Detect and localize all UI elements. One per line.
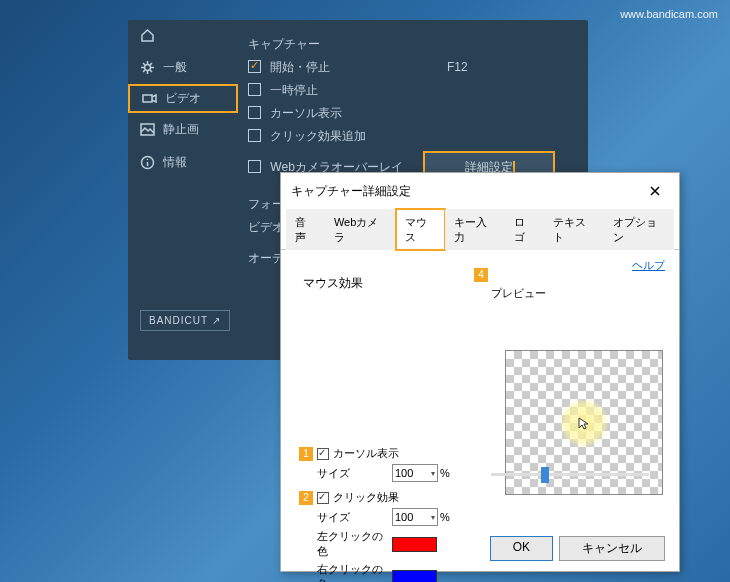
click-row[interactable]: クリック効果追加 — [248, 128, 578, 145]
close-icon — [650, 186, 660, 196]
capture-label: キャプチャー — [248, 36, 578, 53]
click-effect-label: クリック効果 — [333, 490, 399, 505]
tab-webcam[interactable]: Webカメラ — [325, 209, 396, 250]
sidebar-item-image[interactable]: 静止画 — [128, 113, 238, 146]
home-icon — [140, 28, 155, 43]
cancel-button[interactable]: キャンセル — [559, 536, 665, 561]
marker-2: 2 — [299, 491, 313, 505]
ok-button[interactable]: OK — [490, 536, 553, 561]
pause-label: 一時停止 — [270, 83, 318, 97]
capture-detail-dialog: キャプチャー詳細設定 音声 Webカメラ マウス キー入力 ロゴ テキスト オプ… — [280, 172, 680, 572]
close-button[interactable] — [641, 181, 669, 201]
sidebar-label-general: 一般 — [163, 59, 187, 76]
leftcolor-swatch[interactable] — [392, 537, 437, 552]
webcam-checkbox[interactable] — [248, 160, 261, 173]
dialog-tabs: 音声 Webカメラ マウス キー入力 ロゴ テキスト オプション — [281, 209, 679, 250]
tab-audio[interactable]: 音声 — [286, 209, 325, 250]
cursor-size-label: サイズ — [317, 466, 392, 481]
cursor-label: カーソル表示 — [270, 106, 342, 120]
svg-point-0 — [145, 65, 151, 71]
click-effect-checkbox[interactable] — [317, 492, 329, 504]
cursor-icon — [577, 416, 591, 430]
leftcolor-label: 左クリックの色 — [317, 529, 392, 559]
sidebar-label-image: 静止画 — [163, 121, 199, 138]
pct-1: % — [440, 467, 450, 479]
info-icon — [140, 155, 155, 170]
sidebar-label-video: ビデオ — [165, 90, 201, 107]
tab-option[interactable]: オプション — [604, 209, 674, 250]
sidebar-item-video[interactable]: ビデオ — [128, 84, 238, 113]
dialog-body: ヘルプ マウス効果 4 プレビュー 1 カーソル表示 サイズ 100▾ % 2 … — [281, 250, 679, 582]
sidebar-label-info: 情報 — [163, 154, 187, 171]
opacity-slider[interactable] — [491, 465, 649, 483]
slider-thumb[interactable] — [541, 467, 549, 483]
startstop-key: F12 — [447, 60, 468, 74]
click-size-select[interactable]: 100▾ — [392, 508, 438, 526]
video-icon — [142, 91, 157, 106]
sidebar-item-general[interactable]: 一般 — [128, 51, 238, 84]
show-cursor-label: カーソル表示 — [333, 446, 399, 461]
gear-icon — [140, 60, 155, 75]
dialog-title: キャプチャー詳細設定 — [291, 183, 411, 200]
pct-2: % — [440, 511, 450, 523]
dialog-button-bar: OK キャンセル — [490, 536, 665, 561]
pause-row[interactable]: 一時停止 — [248, 82, 578, 99]
dialog-titlebar: キャプチャー詳細設定 — [281, 173, 679, 209]
preview-label: プレビュー — [491, 286, 546, 301]
click-size-label: サイズ — [317, 510, 392, 525]
tab-mouse[interactable]: マウス — [396, 209, 445, 250]
startstop-label: 開始・停止 — [270, 60, 330, 74]
cursor-row[interactable]: カーソル表示 — [248, 105, 578, 122]
highlight-preview — [560, 399, 608, 447]
click-checkbox[interactable] — [248, 129, 261, 142]
tab-key[interactable]: キー入力 — [445, 209, 505, 250]
pause-checkbox[interactable] — [248, 83, 261, 96]
bandicut-link[interactable]: BANDICUT ↗ — [140, 310, 230, 331]
bg-sidebar: 一般 ビデオ 静止画 情報 — [128, 20, 238, 360]
marker-1: 1 — [299, 447, 313, 461]
show-cursor-checkbox[interactable] — [317, 448, 329, 460]
click-label: クリック効果追加 — [270, 129, 366, 143]
tab-text[interactable]: テキスト — [544, 209, 604, 250]
marker-4: 4 — [474, 268, 488, 282]
rightcolor-label: 右クリックの色 — [317, 562, 392, 582]
startstop-row[interactable]: 開始・停止 F12 — [248, 59, 578, 76]
cursor-checkbox[interactable] — [248, 106, 261, 119]
svg-rect-1 — [143, 95, 152, 102]
startstop-checkbox[interactable] — [248, 60, 261, 73]
sidebar-item-info[interactable]: 情報 — [128, 146, 238, 179]
tab-logo[interactable]: ロゴ — [505, 209, 544, 250]
watermark: www.bandicam.com — [620, 8, 718, 20]
cursor-size-select[interactable]: 100▾ — [392, 464, 438, 482]
slider-track — [491, 473, 649, 476]
sidebar-item-home[interactable] — [128, 20, 238, 51]
rightcolor-swatch[interactable] — [392, 570, 437, 583]
image-icon — [140, 122, 155, 137]
